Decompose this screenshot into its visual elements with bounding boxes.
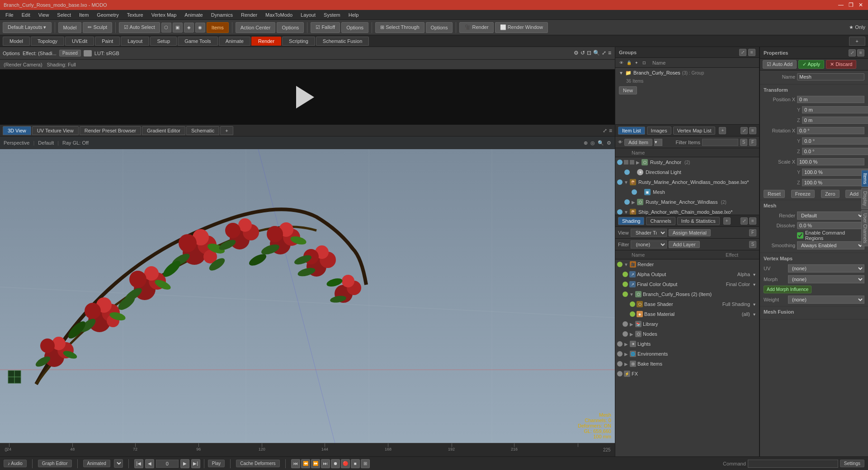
add-transform-btn[interactable]: Add xyxy=(845,190,863,198)
zoom-icon[interactable]: 🔍 xyxy=(593,50,600,56)
auto-add-btn[interactable]: ☑ Auto Add xyxy=(763,60,797,69)
grp-vis-icon-4[interactable]: ⊡ xyxy=(641,60,647,66)
shader-vis-bm[interactable] xyxy=(630,311,635,317)
items-btn[interactable]: Items xyxy=(207,22,229,33)
menu-edit[interactable]: Edit xyxy=(18,11,34,19)
render-window-btn[interactable]: ⬜ Render Window xyxy=(495,22,548,33)
shader-vis-lib[interactable] xyxy=(623,321,628,327)
position-z-input[interactable] xyxy=(802,117,868,124)
item-vis-5[interactable] xyxy=(624,199,630,205)
tab-images[interactable]: Images xyxy=(647,127,671,135)
tab-item-list[interactable]: Item List xyxy=(618,127,645,135)
vp-settings-icon[interactable]: ⚙ xyxy=(607,140,611,146)
tab-layout[interactable]: Layout xyxy=(121,37,149,46)
expand-icon[interactable]: ⤢ xyxy=(602,50,606,56)
transport-5[interactable]: ⏺ xyxy=(331,459,340,468)
tab-schematic-fusion[interactable]: Schematic Fusion xyxy=(316,37,369,46)
transport-8[interactable]: ⊞ xyxy=(361,459,370,468)
smoothing-dropdown[interactable]: Always Enabled xyxy=(797,241,864,249)
menu-maxtomodo[interactable]: MaxToModo xyxy=(262,11,296,19)
enable-cmd-regions-checkbox[interactable] xyxy=(797,232,803,239)
shader-row[interactable]: ▶ ☀ Lights xyxy=(615,339,759,349)
grp-vis-icon-1[interactable]: 👁 xyxy=(618,60,624,66)
scale-x-input[interactable] xyxy=(797,158,864,165)
item-vis-1[interactable] xyxy=(617,160,623,165)
zoom-fit-icon[interactable]: ⊡ xyxy=(587,50,591,56)
shading-f-btn[interactable]: F xyxy=(749,229,756,236)
add-layout-tab[interactable]: + xyxy=(849,37,865,46)
menu-animate[interactable]: Animate xyxy=(181,11,206,19)
tab-render-preset-browser[interactable]: Render Preset Browser xyxy=(80,126,141,135)
side-tab-user-channels[interactable]: User Channels xyxy=(861,210,868,246)
options2-btn[interactable]: Options xyxy=(341,22,368,33)
shader-vis-final[interactable] xyxy=(623,282,628,287)
transport-2[interactable]: ⏪ xyxy=(301,459,310,468)
go-start-btn[interactable]: |◀ xyxy=(134,459,143,468)
cache-deformers-btn[interactable]: Cache Deformers xyxy=(236,460,279,467)
add-item-dropdown[interactable]: ▾ xyxy=(654,139,662,146)
tab-game-tools[interactable]: Game Tools xyxy=(178,37,218,46)
menu-file[interactable]: File xyxy=(2,11,17,19)
tab-gradient-editor[interactable]: Gradient Editor xyxy=(142,126,185,135)
model-btn[interactable]: Model xyxy=(58,22,82,33)
shader-row[interactable]: ▶ 📚 Library xyxy=(615,319,759,329)
menu-vertex-map[interactable]: Vertex Map xyxy=(148,11,180,19)
prev-frame-btn[interactable]: ◀ xyxy=(145,459,154,468)
item-vis-2[interactable] xyxy=(624,169,630,175)
add-layer-btn[interactable]: Add Layer xyxy=(669,241,699,248)
groups-expand-btn[interactable]: ⤢ xyxy=(739,49,746,56)
vp-orbit-icon[interactable]: ⊕ xyxy=(584,140,588,146)
shader-row[interactable]: ↗ Alpha Output Alpha ▾ xyxy=(615,269,759,279)
menu-layout[interactable]: Layout xyxy=(297,11,319,19)
graph-editor-btn[interactable]: Graph Editor xyxy=(38,460,72,467)
falloff-btn[interactable]: ☑ Falloff xyxy=(311,22,340,33)
menu-item[interactable]: Item xyxy=(75,11,92,19)
vp-zoom-icon[interactable]: ◎ xyxy=(590,140,595,146)
tab-render[interactable]: Render xyxy=(251,37,281,46)
shader-vis-bcr[interactable] xyxy=(623,291,628,297)
audio-btn[interactable]: ♪ Audio xyxy=(4,460,27,467)
default-label[interactable]: Default xyxy=(38,140,54,146)
shader-row[interactable]: ▶ ⬡ Nodes xyxy=(615,329,759,339)
shader-vis-bs[interactable] xyxy=(630,301,635,307)
shader-row[interactable]: ▼ 🎥 Render xyxy=(615,259,759,269)
grp-vis-icon-3[interactable]: ✦ xyxy=(633,60,640,66)
props-settings-btn[interactable]: ≡ xyxy=(857,49,864,56)
shader-row[interactable]: ↗ Final Color Output Final Color ▾ xyxy=(615,279,759,289)
bs-dropdown[interactable]: ▾ xyxy=(753,302,755,307)
itemlist-add-tab[interactable]: + xyxy=(719,127,726,134)
shader-vis-env[interactable] xyxy=(617,351,623,357)
list-item[interactable]: ▼ 📦 Ship_Anchor_with_Chain_modo_base.lxo… xyxy=(615,207,759,215)
tab-schematic[interactable]: Schematic xyxy=(186,126,219,135)
name-input[interactable] xyxy=(797,73,864,80)
render-dropdown[interactable]: Default xyxy=(797,212,864,220)
shader-row[interactable]: ▶ 🌐 Environments xyxy=(615,349,759,359)
groups-settings-btn[interactable]: ≡ xyxy=(748,49,755,56)
item-vis-6[interactable] xyxy=(617,209,623,215)
filter-s-btn[interactable]: S xyxy=(740,139,747,146)
sculpt-btn[interactable]: ✏ Sculpt xyxy=(83,22,112,33)
play-btn[interactable]: Play xyxy=(208,460,225,467)
bm-dropdown[interactable]: ▾ xyxy=(753,312,755,317)
itemlist-expand-btn[interactable]: ⤢ xyxy=(741,127,748,134)
tab-vertex-map-list[interactable]: Vertex Map List xyxy=(673,127,716,135)
render-btn[interactable]: 🎥 Render xyxy=(459,22,493,33)
options3-btn[interactable]: Options xyxy=(426,22,453,33)
tool-icon-4[interactable]: ◉ xyxy=(195,23,205,33)
morph-dropdown[interactable]: (none) xyxy=(788,275,864,283)
transport-3[interactable]: ⏩ xyxy=(311,459,320,468)
shader-row[interactable]: ▶ ⊡ Bake Items xyxy=(615,359,759,369)
next-frame-btn[interactable]: ▶ xyxy=(180,459,189,468)
rotation-y-input[interactable] xyxy=(802,137,868,145)
groups-row[interactable]: ▼ 📁 Branch_Curly_Roses (3) : Group xyxy=(615,68,759,78)
itemlist-settings-btn[interactable]: ≡ xyxy=(749,127,756,134)
shader-tree-dropdown[interactable]: Shader Tree xyxy=(631,229,667,237)
grp-vis-icon-2[interactable]: 🔒 xyxy=(626,60,632,66)
select-through-btn[interactable]: ⊞ Select Through xyxy=(375,22,424,33)
rotation-z-input[interactable] xyxy=(802,148,868,155)
filter-dropdown[interactable]: (none) xyxy=(631,240,667,249)
action-center-btn[interactable]: Action Center xyxy=(236,22,276,33)
shader-row[interactable]: ⬡ Base Shader Full Shading ▾ xyxy=(615,299,759,309)
menu-select[interactable]: Select xyxy=(53,11,75,19)
menu-texture[interactable]: Texture xyxy=(123,11,147,19)
